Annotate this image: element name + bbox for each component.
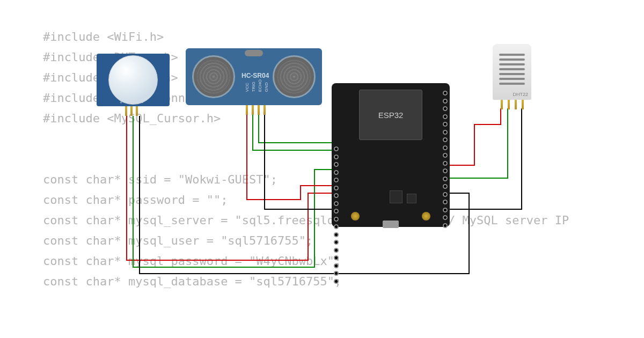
hcsr04-transmitter-icon: [192, 55, 235, 98]
esp32-body: ESP32: [332, 83, 450, 227]
pir-dome-icon: [108, 55, 158, 105]
pir-pins: [125, 106, 138, 116]
esp32-boot-button[interactable]: [351, 212, 360, 221]
pir-body: + D -: [97, 54, 170, 106]
esp32-pinrow-right: [443, 91, 448, 228]
pir-sensor[interactable]: + D -: [97, 54, 170, 113]
esp32-pinrow-left: [334, 146, 339, 284]
dht22-pins: [501, 100, 524, 109]
esp32-chip: ESP32: [359, 90, 422, 140]
hcsr04-receiver-icon: [273, 55, 316, 98]
dht22-body: DHT22: [493, 44, 531, 100]
hcsr04-oscillator-icon: [245, 50, 263, 56]
esp32-board[interactable]: ESP32: [332, 83, 450, 227]
hcsr04-pins: [246, 105, 266, 115]
pir-pin-labels: + D -: [97, 100, 170, 105]
hcsr04-body: HC-SR04 VCC TRIG ECHO GND: [186, 48, 322, 105]
hcsr04-label: HC-SR04: [241, 72, 269, 79]
esp32-usb-icon: [383, 221, 399, 228]
dht22-grille-icon: [499, 54, 525, 85]
esp32-en-button[interactable]: [422, 212, 430, 221]
dht22-sensor[interactable]: DHT22: [493, 44, 531, 108]
esp32-smd-icon: [407, 194, 416, 203]
esp32-smd-icon: [390, 190, 402, 203]
esp32-label: ESP32: [378, 111, 404, 120]
hcsr04-sensor[interactable]: HC-SR04 VCC TRIG ECHO GND: [186, 48, 322, 105]
hcsr04-pinlabels: VCC TRIG ECHO GND: [245, 79, 269, 92]
dht22-label: DHT22: [513, 92, 528, 97]
